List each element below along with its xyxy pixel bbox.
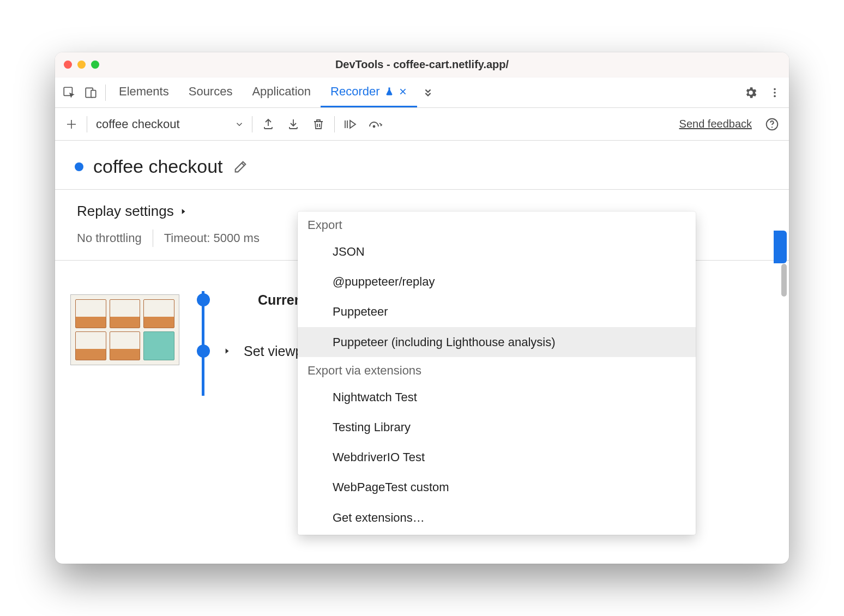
section-label: Replay settings (77, 203, 174, 220)
step-replay-button[interactable] (338, 112, 363, 136)
delete-recording-button[interactable] (306, 112, 331, 136)
tab-application[interactable]: Application (242, 77, 321, 107)
recording-select[interactable]: coffee checkout (91, 112, 249, 136)
chevron-right-icon (223, 347, 231, 355)
traffic-lights (64, 61, 99, 69)
recording-header: coffee checkout (55, 141, 789, 190)
new-recording-button[interactable] (59, 112, 83, 136)
divider (252, 116, 252, 132)
export-puppeteer-replay[interactable]: @puppeteer/replay (298, 267, 696, 297)
svg-point-6 (373, 125, 375, 127)
step-node-icon (197, 293, 210, 306)
titlebar: DevTools - coffee-cart.netlify.app/ (55, 52, 789, 77)
window-title: DevTools - coffee-cart.netlify.app/ (335, 58, 509, 71)
export-puppeteer-lighthouse[interactable]: Puppeteer (including Lighthouse analysis… (298, 327, 696, 357)
tab-label: Recorder (330, 84, 379, 99)
export-extensions-header: Export via extensions (298, 357, 696, 382)
timeout-value: Timeout: 5000 ms (164, 231, 260, 245)
tab-label: Elements (119, 84, 169, 99)
export-testing-library[interactable]: Testing Library (298, 412, 696, 442)
edit-title-icon[interactable] (233, 159, 248, 174)
scrollbar[interactable] (781, 264, 787, 297)
divider (105, 84, 106, 101)
recording-title: coffee checkout (93, 156, 223, 177)
recorder-content: coffee checkout Replay settings No throt… (55, 141, 789, 564)
export-nightwatch[interactable]: Nightwatch Test (298, 382, 696, 412)
svg-point-8 (771, 126, 773, 128)
close-window-button[interactable] (64, 61, 72, 69)
tab-label: Sources (189, 84, 233, 99)
device-toolbar-icon[interactable] (80, 82, 102, 104)
slow-replay-button[interactable] (363, 112, 388, 136)
divider (334, 116, 335, 132)
recording-select-value: coffee checkout (96, 117, 180, 131)
step-node-icon (197, 345, 210, 358)
page-thumbnail (70, 294, 179, 365)
export-puppeteer[interactable]: Puppeteer (298, 297, 696, 327)
zoom-window-button[interactable] (91, 61, 99, 69)
export-menu: Export JSON @puppeteer/replay Puppeteer … (298, 212, 696, 535)
export-menu-header: Export (298, 212, 696, 237)
svg-point-4 (774, 92, 776, 94)
tab-elements[interactable]: Elements (109, 77, 179, 107)
replay-button[interactable] (774, 231, 787, 263)
export-webdriverio[interactable]: WebdriverIO Test (298, 442, 696, 472)
recorder-toolbar: coffee checkout Send feedback (55, 108, 789, 141)
settings-icon[interactable] (740, 82, 762, 104)
svg-point-5 (774, 95, 776, 97)
help-icon[interactable] (759, 112, 785, 136)
throttling-value: No throttling (77, 231, 142, 245)
devtools-tabbar: Elements Sources Application Recorder (55, 77, 789, 108)
tab-recorder[interactable]: Recorder (321, 77, 417, 107)
chevron-down-icon (234, 119, 244, 129)
divider (87, 116, 87, 132)
devtools-window: DevTools - coffee-cart.netlify.app/ Elem… (55, 52, 789, 564)
export-webpagetest[interactable]: WebPageTest custom (298, 472, 696, 502)
divider (153, 230, 153, 247)
recording-status-dot (75, 162, 83, 171)
tab-label: Application (252, 84, 311, 99)
svg-point-3 (774, 88, 776, 90)
kebab-menu-icon[interactable] (764, 82, 786, 104)
export-get-extensions[interactable]: Get extensions… (298, 503, 696, 533)
minimize-window-button[interactable] (77, 61, 86, 69)
import-button[interactable] (281, 112, 306, 136)
export-json[interactable]: JSON (298, 237, 696, 267)
tab-sources[interactable]: Sources (179, 77, 243, 107)
svg-rect-2 (91, 90, 96, 97)
export-button[interactable] (256, 112, 281, 136)
flask-icon (384, 87, 394, 96)
chevron-right-icon (179, 208, 187, 215)
send-feedback-link[interactable]: Send feedback (679, 118, 752, 130)
more-tabs-icon[interactable] (417, 82, 439, 104)
inspect-element-icon[interactable] (58, 82, 80, 104)
close-tab-icon[interactable] (399, 87, 407, 96)
